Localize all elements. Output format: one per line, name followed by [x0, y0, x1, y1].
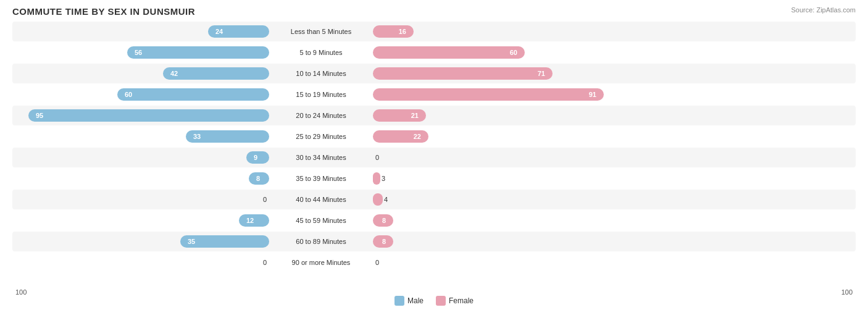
male-value-label: 33 — [190, 133, 204, 140]
bar-female: 8 — [373, 214, 393, 227]
right-section: 0 — [370, 253, 630, 272]
chart-row: 24Less than 5 Minutes16 — [12, 22, 856, 41]
legend-male-box — [394, 296, 404, 306]
row-label: 10 to 14 Minutes — [272, 70, 370, 77]
legend-male-label: Male — [407, 296, 424, 305]
left-section: 56 — [12, 43, 272, 62]
bar-female: 71 — [373, 67, 553, 80]
legend-female: Female — [436, 296, 474, 306]
chart-row: 565 to 9 Minutes60 — [12, 43, 856, 62]
bar-male: 8 — [249, 172, 269, 185]
legend-male: Male — [394, 296, 424, 306]
female-value-label: 71 — [534, 70, 549, 77]
right-section: 16 — [370, 22, 630, 41]
right-section: 60 — [370, 43, 630, 62]
female-value-zero: 0 — [375, 259, 379, 266]
row-label: 30 to 34 Minutes — [272, 154, 370, 161]
right-section: 4 — [370, 190, 630, 209]
axis-right: 100 — [841, 288, 853, 296]
row-label: 35 to 39 Minutes — [272, 175, 370, 182]
female-value-label: 91 — [585, 91, 600, 98]
left-section: 60 — [12, 85, 272, 104]
male-value-label: 42 — [167, 70, 182, 77]
male-value-label: 35 — [184, 238, 199, 245]
left-section: 0 — [12, 190, 272, 209]
chart-row: 930 to 34 Minutes0 — [12, 148, 856, 167]
row-label: 40 to 44 Minutes — [272, 196, 370, 203]
bar-female: 21 — [373, 109, 426, 122]
male-value-zero: 0 — [263, 196, 267, 203]
left-section: 35 — [12, 232, 272, 251]
chart-row: 1245 to 59 Minutes8 — [12, 211, 856, 230]
right-section: 22 — [370, 127, 630, 146]
female-value-outside: 3 — [382, 175, 385, 182]
left-section: 12 — [12, 211, 272, 230]
bar-female: 91 — [373, 88, 604, 101]
chart-row: 3560 to 89 Minutes8 — [12, 232, 856, 251]
right-section: 8 — [370, 211, 630, 230]
left-section: 24 — [12, 22, 272, 41]
right-section: 71 — [370, 64, 630, 83]
bar-female: 16 — [373, 25, 414, 38]
chart-row: 090 or more Minutes0 — [12, 253, 856, 272]
row-label: 5 to 9 Minutes — [272, 49, 370, 56]
bar-female — [373, 193, 383, 206]
chart-row: 9520 to 24 Minutes21 — [12, 106, 856, 125]
bar-male: 35 — [180, 235, 269, 248]
chart-row: 835 to 39 Minutes3 — [12, 169, 856, 188]
source-text: Source: ZipAtlas.com — [791, 6, 856, 14]
bar-male: 60 — [117, 88, 269, 101]
left-section: 33 — [12, 127, 272, 146]
male-value-label: 60 — [121, 91, 136, 98]
left-section: 95 — [12, 106, 272, 125]
chart-row: 040 to 44 Minutes4 — [12, 190, 856, 209]
bar-male: 24 — [208, 25, 269, 38]
chart-row: 4210 to 14 Minutes71 — [12, 64, 856, 83]
legend: Male Female — [12, 296, 856, 306]
left-section: 0 — [12, 253, 272, 272]
bar-female: 60 — [373, 46, 525, 59]
legend-female-label: Female — [449, 296, 474, 305]
female-value-zero: 0 — [375, 154, 379, 161]
right-section: 8 — [370, 232, 630, 251]
chart-area: 24Less than 5 Minutes16565 to 9 Minutes6… — [12, 22, 856, 293]
chart-title: COMMUTE TIME BY SEX IN DUNSMUIR — [12, 6, 856, 17]
female-value-outside: 4 — [384, 196, 388, 203]
row-label: Less than 5 Minutes — [272, 28, 370, 35]
chart-container: COMMUTE TIME BY SEX IN DUNSMUIR Source: … — [0, 0, 868, 323]
bar-male: 9 — [246, 151, 269, 164]
female-value-label: 8 — [378, 238, 390, 245]
bar-male: 42 — [163, 67, 269, 80]
bar-male: 12 — [239, 214, 269, 227]
male-value-label: 95 — [32, 112, 47, 119]
male-value-label: 56 — [131, 49, 146, 56]
bar-male: 33 — [186, 130, 269, 143]
chart-row: 6015 to 19 Minutes91 — [12, 85, 856, 104]
bar-female: 22 — [373, 130, 428, 143]
bar-female — [373, 172, 380, 185]
right-section: 0 — [370, 148, 630, 167]
left-section: 8 — [12, 169, 272, 188]
row-label: 60 to 89 Minutes — [272, 238, 370, 245]
bar-male: 95 — [28, 109, 269, 122]
right-section: 91 — [370, 85, 630, 104]
right-section: 21 — [370, 106, 630, 125]
row-label: 90 or more Minutes — [272, 259, 370, 266]
male-value-label: 12 — [243, 217, 257, 224]
male-value-label: 8 — [252, 175, 264, 182]
row-label: 20 to 24 Minutes — [272, 112, 370, 119]
female-value-label: 8 — [378, 217, 390, 224]
bar-female: 8 — [373, 235, 393, 248]
bar-male: 56 — [127, 46, 269, 59]
female-value-label: 16 — [395, 28, 410, 35]
male-value-zero: 0 — [263, 259, 267, 266]
row-label: 45 to 59 Minutes — [272, 217, 370, 224]
right-section: 3 — [370, 169, 630, 188]
axis-left: 100 — [15, 288, 27, 296]
female-value-label: 60 — [506, 49, 521, 56]
female-value-label: 21 — [407, 112, 422, 119]
left-section: 9 — [12, 148, 272, 167]
male-value-label: 24 — [212, 28, 227, 35]
chart-row: 3325 to 29 Minutes22 — [12, 127, 856, 146]
row-label: 15 to 19 Minutes — [272, 91, 370, 98]
